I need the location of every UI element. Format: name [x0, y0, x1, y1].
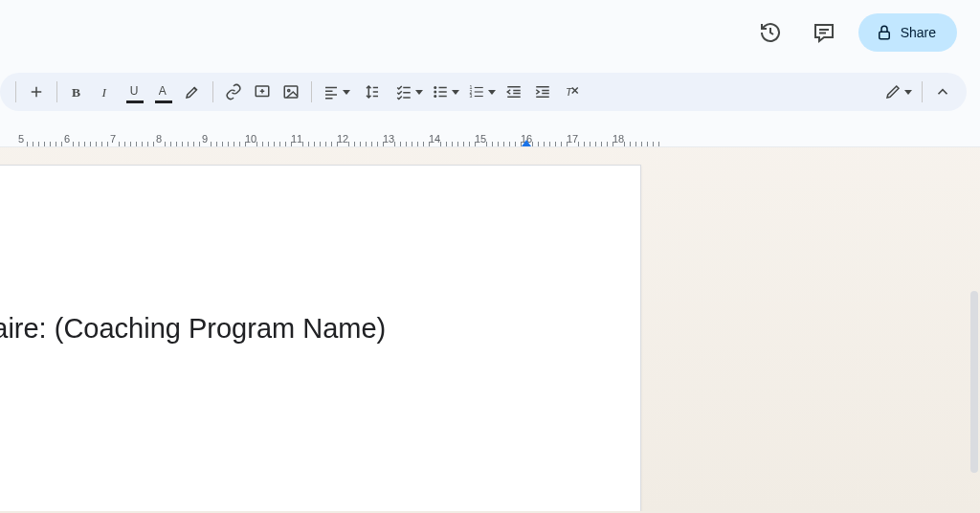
- ruler-tick: [366, 142, 367, 146]
- ruler-tick: [320, 142, 321, 146]
- ruler-tick: [331, 142, 332, 146]
- ruler-tick: [182, 142, 183, 146]
- ruler-tick: [274, 142, 275, 146]
- format-toolbar: B I U A: [0, 73, 967, 111]
- ruler-number: 6: [64, 133, 70, 145]
- indent-decrease-button[interactable]: [501, 78, 527, 105]
- italic-button[interactable]: I: [93, 78, 120, 105]
- ruler-number: 8: [156, 133, 162, 145]
- ruler-tick: [73, 142, 74, 146]
- ruler-tick: [360, 142, 361, 146]
- ruler-tick: [308, 142, 309, 146]
- bulleted-list-button[interactable]: [428, 78, 462, 105]
- indent-increase-button[interactable]: [529, 78, 556, 105]
- ruler-tick: [119, 142, 120, 146]
- ruler-tick: [555, 142, 556, 146]
- ruler-tick: [503, 142, 504, 146]
- text-color-button[interactable]: A: [150, 78, 177, 105]
- svg-text:A: A: [159, 84, 167, 98]
- ruler-tick: [147, 142, 148, 146]
- ruler-tick: [423, 142, 424, 146]
- checklist-button[interactable]: [391, 78, 426, 105]
- ruler-tick: [142, 142, 143, 146]
- ruler-tick: [400, 142, 401, 146]
- ruler-tick: [549, 142, 550, 146]
- clear-formatting-button[interactable]: T: [558, 78, 585, 105]
- ruler-tick: [56, 142, 56, 146]
- ruler-tick: [515, 142, 516, 146]
- bold-button[interactable]: B: [64, 78, 91, 105]
- highlight-button[interactable]: [179, 78, 206, 105]
- link-button[interactable]: [220, 78, 247, 105]
- ruler-tick: [653, 142, 654, 146]
- title-bar-area: Share: [0, 0, 980, 65]
- ruler-tick: [446, 142, 447, 146]
- svg-text:I: I: [101, 85, 108, 100]
- history-icon[interactable]: [751, 13, 790, 52]
- svg-point-13: [288, 89, 290, 91]
- share-label: Share: [901, 25, 936, 40]
- ruler-tick: [27, 142, 28, 146]
- ruler-tick: [199, 142, 200, 146]
- ruler-tick: [130, 142, 131, 146]
- ruler-tick: [239, 142, 240, 146]
- editing-mode-button[interactable]: [880, 78, 915, 105]
- insert-plus-button[interactable]: [23, 78, 50, 105]
- horizontal-ruler[interactable]: 56789101112131415161718: [0, 123, 980, 147]
- line-spacing-button[interactable]: [355, 78, 390, 105]
- ruler-tick: [406, 142, 407, 146]
- svg-text:U: U: [130, 84, 139, 98]
- ruler-tick: [584, 142, 585, 146]
- ruler-tick: [262, 142, 263, 146]
- underline-button[interactable]: U: [122, 78, 148, 105]
- ruler-tick: [377, 142, 378, 146]
- ruler-tick: [486, 142, 487, 146]
- ruler-tick: [457, 142, 458, 146]
- document-canvas: nnaire: (Coaching Program Name): [0, 147, 980, 511]
- ruler-tick: [222, 142, 223, 146]
- ruler-tick: [647, 142, 648, 146]
- indent-marker-icon[interactable]: [522, 140, 531, 146]
- ruler-tick: [234, 142, 234, 146]
- ruler-tick: [492, 142, 493, 146]
- ruler-tick: [641, 142, 642, 146]
- ruler-tick: [538, 142, 539, 146]
- ruler-tick: [193, 142, 194, 146]
- ruler-number: 13: [383, 133, 394, 145]
- ruler-tick: [188, 142, 189, 146]
- document-page[interactable]: nnaire: (Coaching Program Name): [0, 165, 641, 511]
- ruler-tick: [285, 142, 286, 146]
- ruler-tick: [630, 142, 631, 146]
- share-button[interactable]: Share: [858, 13, 957, 52]
- ruler-number: 7: [110, 133, 116, 145]
- ruler-tick: [509, 142, 510, 146]
- lock-icon: [876, 24, 893, 41]
- ruler-tick: [153, 142, 154, 146]
- chevron-down-icon: [488, 90, 496, 95]
- ruler-tick: [33, 142, 33, 146]
- align-button[interactable]: [319, 78, 353, 105]
- ruler-tick: [228, 142, 229, 146]
- ruler-tick: [44, 142, 45, 146]
- vertical-scrollbar[interactable]: [970, 291, 978, 473]
- toolbar-divider: [15, 81, 16, 102]
- ruler-tick: [469, 142, 470, 146]
- ruler-tick: [211, 142, 212, 146]
- chevron-down-icon: [343, 90, 350, 95]
- ruler-tick: [463, 142, 464, 146]
- document-heading-text[interactable]: nnaire: (Coaching Program Name): [0, 313, 386, 345]
- ruler-tick: [544, 142, 545, 146]
- ruler-tick: [38, 142, 39, 146]
- ruler-tick: [440, 142, 441, 146]
- ruler-tick: [498, 142, 499, 146]
- ruler-tick: [601, 142, 602, 146]
- chevron-down-icon: [415, 90, 423, 95]
- svg-point-27: [434, 91, 436, 94]
- comments-icon[interactable]: [805, 13, 843, 52]
- collapse-toolbar-button[interactable]: [929, 78, 956, 105]
- ruler-tick: [578, 142, 579, 146]
- numbered-list-button[interactable]: 1 2 3: [464, 78, 499, 105]
- svg-rect-30: [438, 96, 446, 98]
- add-comment-button[interactable]: [249, 78, 276, 105]
- insert-image-button[interactable]: [278, 78, 304, 105]
